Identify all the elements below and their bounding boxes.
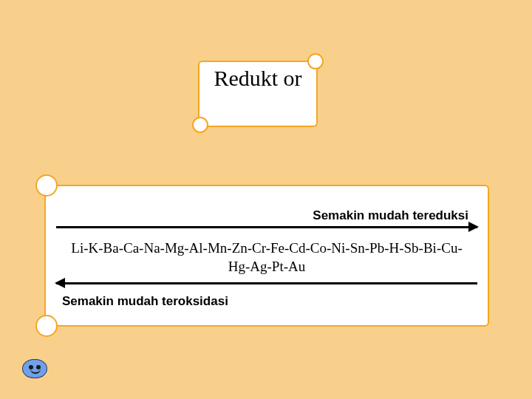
smiley-mouth-icon xyxy=(30,369,41,374)
reactivity-series-panel: Semakin mudah tereduksi Li-K-Ba-Ca-Na-Mg… xyxy=(44,185,489,327)
scroll-curl-icon xyxy=(192,117,208,133)
slide-canvas: Redukt or Semakin mudah tereduksi Li-K-B… xyxy=(0,0,532,399)
element-series: Li-K-Ba-Ca-Na-Mg-Al-Mn-Zn-Cr-Fe-Cd-Co-Ni… xyxy=(46,239,488,276)
element-series-line2: Hg-Ag-Pt-Au xyxy=(228,259,306,274)
arrow-right-icon xyxy=(56,226,477,228)
scroll-curl-icon xyxy=(35,174,58,197)
title-text: Redukt or xyxy=(200,66,316,90)
title-scroll-card: Redukt or xyxy=(198,61,318,127)
label-easier-reduced: Semakin mudah tereduksi xyxy=(313,208,468,223)
label-easier-oxidized: Semakin mudah teroksidasi xyxy=(62,294,228,309)
scroll-curl-icon xyxy=(35,315,58,337)
smiley-button[interactable] xyxy=(22,359,47,378)
element-series-line1: Li-K-Ba-Ca-Na-Mg-Al-Mn-Zn-Cr-Fe-Cd-Co-Ni… xyxy=(71,240,462,256)
arrow-left-icon xyxy=(56,282,477,284)
